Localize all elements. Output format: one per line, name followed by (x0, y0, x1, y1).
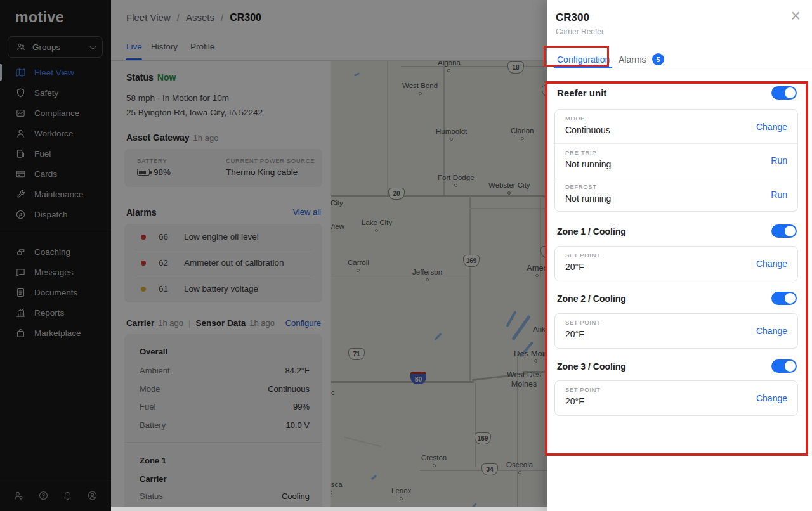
overlay-scrim[interactable] (0, 0, 547, 511)
zone3-setpoint-row: SET POINT 20°F Change (555, 381, 797, 415)
zone1-toggle[interactable] (771, 224, 797, 238)
zone1-change-link[interactable]: Change (756, 259, 787, 269)
pretrip-run-link[interactable]: Run (771, 155, 787, 165)
active-tab-underline (554, 67, 612, 68)
bottom-edge-strip (111, 507, 549, 511)
asset-config-drawer: CR300 Carrier Reefer × Configuration Ala… (547, 0, 812, 511)
zone2-toggle[interactable] (771, 292, 797, 305)
pretrip-value: Not running (565, 159, 611, 169)
tab-alarms[interactable]: Alarms (619, 55, 646, 65)
mode-change-link[interactable]: Change (756, 122, 787, 132)
drawer-divider (547, 70, 812, 70)
zone2-change-link[interactable]: Change (756, 326, 787, 336)
zone2-header: Zone 2 / Cooling (557, 294, 626, 304)
zone3-header: Zone 3 / Cooling (557, 361, 626, 372)
pretrip-label: PRE-TRIP (565, 149, 596, 156)
defrost-row: DEFROST Not running Run (555, 178, 797, 211)
zone3-toggle[interactable] (771, 359, 797, 373)
setpoint-label: SET POINT (565, 252, 600, 259)
setpoint-label: SET POINT (565, 386, 600, 393)
setpoint-label: SET POINT (565, 319, 600, 326)
reefer-unit-title: Reefer unit (557, 87, 606, 98)
reefer-settings-card: MODE Continuous Change PRE-TRIP Not runn… (554, 109, 798, 212)
pretrip-row: PRE-TRIP Not running Run (555, 143, 797, 177)
drawer-subtitle: Carrier Reefer (556, 27, 604, 36)
zone1-setpoint-row: SET POINT 20°F Change (555, 247, 797, 281)
defrost-run-link[interactable]: Run (771, 190, 787, 200)
mode-label: MODE (565, 115, 585, 122)
setpoint-value: 20°F (565, 396, 584, 406)
zone3-card: SET POINT 20°F Change (554, 380, 798, 416)
reefer-unit-toggle[interactable] (771, 86, 797, 100)
tab-configuration[interactable]: Configuration (557, 55, 610, 65)
defrost-value: Not running (565, 193, 611, 204)
drawer-title: CR300 (556, 11, 589, 24)
zone2-setpoint-row: SET POINT 20°F Change (555, 314, 797, 348)
defrost-label: DEFROST (565, 183, 597, 190)
mode-row: MODE Continuous Change (555, 110, 797, 143)
zone3-change-link[interactable]: Change (756, 393, 787, 403)
zone1-card: SET POINT 20°F Change (554, 246, 798, 281)
setpoint-value: 20°F (565, 262, 584, 272)
mode-value: Continuous (565, 125, 610, 135)
zone2-card: SET POINT 20°F Change (554, 313, 798, 349)
zone1-header: Zone 1 / Cooling (557, 226, 626, 236)
setpoint-value: 20°F (565, 329, 584, 339)
alarms-count-badge: 5 (652, 53, 664, 65)
app-window: motive Groups Fleet View Safety Complian… (0, 0, 812, 511)
close-icon[interactable]: × (790, 6, 801, 25)
